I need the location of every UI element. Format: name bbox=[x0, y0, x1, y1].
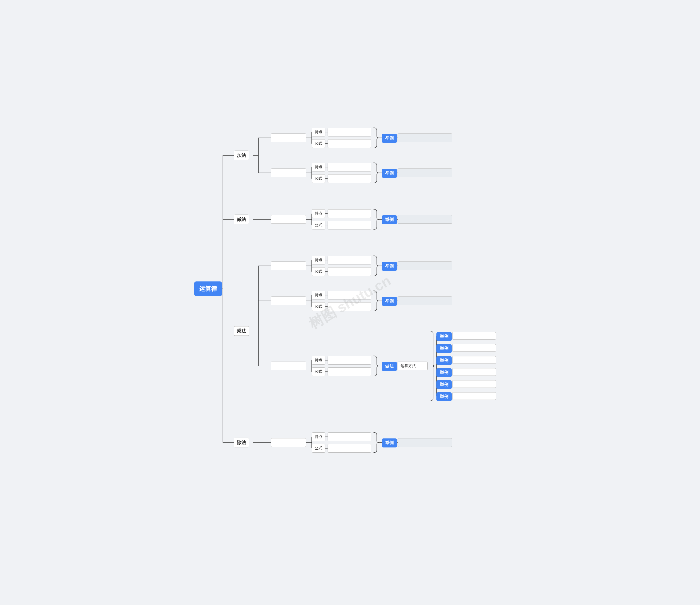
example-value bbox=[398, 134, 452, 142]
sub-branch-label bbox=[271, 134, 306, 142]
prop-val-gongshi bbox=[328, 444, 371, 453]
sub-branch-label bbox=[271, 296, 306, 305]
prop-val-tede bbox=[328, 256, 371, 265]
sub-branch-label bbox=[271, 215, 306, 224]
l1-branch-label: 除法 bbox=[234, 438, 249, 447]
prop-label-tede: 特点 bbox=[312, 209, 325, 218]
method-example-label: 举例 bbox=[436, 344, 452, 353]
l1-branch-label: 加法 bbox=[234, 151, 249, 160]
method-example-label: 举例 bbox=[436, 368, 452, 377]
root-label: 运算律 bbox=[194, 282, 222, 296]
prop-label-gongshi: 公式 bbox=[312, 302, 325, 311]
method-example-value bbox=[452, 344, 496, 352]
sub-branch-label bbox=[271, 262, 306, 270]
prop-label-gongshi: 公式 bbox=[312, 444, 325, 453]
prop-label-tede: 特点 bbox=[312, 163, 325, 171]
method-example-value bbox=[452, 392, 496, 400]
example-label: 举例 bbox=[382, 134, 397, 143]
prop-val-gongshi bbox=[328, 139, 371, 148]
method-box: 运算方法 bbox=[398, 362, 428, 370]
sub-branch-label bbox=[271, 438, 306, 447]
l1-branch-label: 乘法 bbox=[234, 326, 249, 336]
sub-branch-label bbox=[271, 362, 306, 370]
method-example-label: 举例 bbox=[436, 380, 452, 389]
method-example-value bbox=[452, 332, 496, 340]
prop-val-gongshi bbox=[328, 267, 371, 276]
example-value bbox=[398, 296, 452, 305]
prop-label-gongshi: 公式 bbox=[312, 221, 325, 229]
example-value bbox=[398, 262, 452, 270]
method-example-value bbox=[452, 368, 496, 376]
method-example-label: 举例 bbox=[436, 356, 452, 365]
prop-val-tede bbox=[328, 209, 371, 218]
prop-val-tede bbox=[328, 163, 371, 171]
prop-val-gongshi bbox=[328, 174, 371, 183]
example-value bbox=[398, 438, 452, 447]
prop-label-tede: 特点 bbox=[312, 291, 325, 299]
prop-val-tede bbox=[328, 291, 371, 299]
prop-val-tede bbox=[328, 356, 371, 365]
prop-val-gongshi bbox=[328, 302, 371, 311]
prop-label-tede: 特点 bbox=[312, 128, 325, 137]
prop-label-tede: 特点 bbox=[312, 432, 325, 441]
example-value bbox=[398, 215, 452, 224]
prop-label-gongshi: 公式 bbox=[312, 267, 325, 276]
prop-label-tede: 特点 bbox=[312, 356, 325, 365]
prop-label-tede: 特点 bbox=[312, 256, 325, 265]
example-label: 举例 bbox=[382, 297, 397, 306]
prop-val-tede bbox=[328, 128, 371, 137]
example-label: 举例 bbox=[382, 169, 397, 178]
prop-val-gongshi bbox=[328, 367, 371, 376]
prop-val-gongshi bbox=[328, 221, 371, 229]
l1-branch-label: 减法 bbox=[234, 215, 249, 224]
example-value bbox=[398, 168, 452, 177]
prop-label-gongshi: 公式 bbox=[312, 174, 325, 183]
dozuofa-label: 做法 bbox=[382, 362, 397, 371]
prop-label-gongshi: 公式 bbox=[312, 139, 325, 148]
prop-val-tede bbox=[328, 432, 371, 441]
prop-label-gongshi: 公式 bbox=[312, 367, 325, 376]
method-example-label: 举例 bbox=[436, 332, 452, 341]
example-label: 举例 bbox=[382, 438, 397, 447]
example-label: 举例 bbox=[382, 262, 397, 271]
sub-branch-label bbox=[271, 168, 306, 177]
example-label: 举例 bbox=[382, 215, 397, 224]
method-example-value bbox=[452, 380, 496, 388]
method-example-label: 举例 bbox=[436, 392, 452, 401]
method-example-value bbox=[452, 356, 496, 364]
root-node: 运算律 bbox=[194, 282, 222, 296]
